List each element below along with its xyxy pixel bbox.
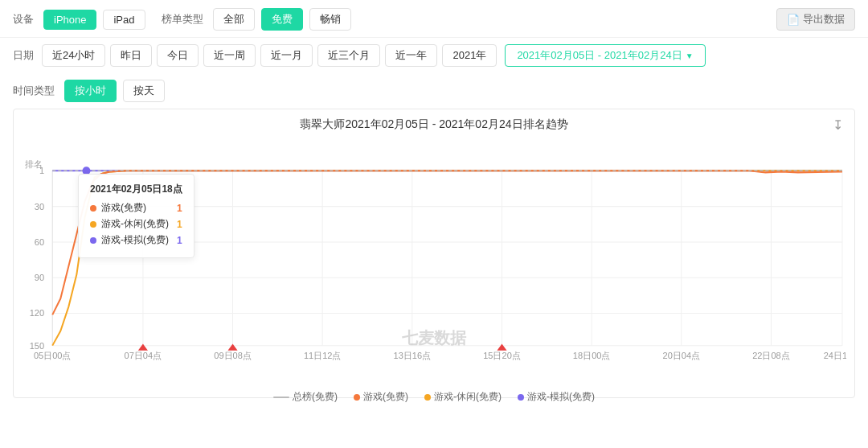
tooltip-row-0: 游戏(免费) 1 — [90, 201, 182, 215]
flag-marker-2 — [228, 344, 238, 351]
time-type-label: 时间类型 — [13, 84, 55, 98]
device-iphone-btn[interactable]: iPhone — [43, 10, 96, 30]
date-yesterday-btn[interactable]: 昨日 — [110, 44, 152, 67]
date-24h-btn[interactable]: 近24小时 — [42, 44, 105, 67]
tooltip-title: 2021年02月05日18点 — [90, 183, 182, 196]
legend-line-total — [273, 397, 289, 398]
legend-label-games: 游戏(免费) — [363, 390, 408, 404]
y-label-150: 150 — [30, 341, 44, 351]
legend-simulation: 游戏-模拟(免费) — [518, 390, 595, 404]
y-label-90: 90 — [35, 273, 44, 282]
flag-marker-3 — [497, 344, 506, 351]
y-label-120: 120 — [30, 308, 44, 318]
date-3month-btn[interactable]: 近三个月 — [317, 44, 380, 67]
tooltip-dot-0 — [90, 205, 96, 212]
date-week-btn[interactable]: 近一周 — [203, 44, 256, 67]
legend-label-total: 总榜(免费) — [293, 390, 338, 404]
legend-casual: 游戏-休闲(免费) — [424, 390, 502, 404]
y-label-1: 1 — [39, 166, 44, 175]
type-all-btn[interactable]: 全部 — [213, 8, 255, 31]
tooltip-dot-2 — [90, 237, 96, 244]
y-label-60: 60 — [35, 237, 44, 247]
x-label-3: 11日12点 — [304, 351, 342, 360]
x-label-7: 20日04点 — [663, 351, 701, 360]
legend-games: 游戏(免费) — [354, 390, 408, 404]
x-label-0: 05日00点 — [34, 351, 72, 360]
x-label-8: 22日08点 — [752, 351, 790, 360]
chart-type-label: 榜单类型 — [162, 12, 203, 27]
type-free-btn[interactable]: 免费 — [261, 8, 303, 31]
chevron-down-icon: ▼ — [686, 51, 694, 60]
tooltip-label-0: 游戏(免费) — [101, 201, 146, 215]
chart-legend: 总榜(免费) 游戏(免费) 游戏-休闲(免费) 游戏-模拟(免费) — [22, 385, 846, 404]
tooltip-val-1: 1 — [177, 219, 182, 230]
legend-dot-games — [354, 394, 360, 401]
tooltip-label-1: 游戏-休闲(免费) — [101, 217, 169, 231]
device-ipad-btn[interactable]: iPad — [103, 10, 145, 30]
x-label-1: 07日04点 — [125, 351, 162, 360]
device-label: 设备 — [13, 12, 34, 27]
tooltip-row-2: 游戏-模拟(免费) 1 — [90, 233, 182, 247]
chart-title: 翡翠大师2021年02月05日 - 2021年02月24日排名趋势 — [22, 117, 846, 132]
filter-bar: 设备 iPhone iPad 榜单类型 全部 免费 畅销 📄 导出数据 — [0, 0, 868, 38]
tooltip-val-2: 1 — [177, 235, 182, 246]
y-label-30: 30 — [35, 202, 44, 212]
tooltip-val-0: 1 — [177, 203, 182, 214]
date-range-text: 2021年02月05日 - 2021年02月24日 — [517, 48, 682, 63]
legend-total: 总榜(免费) — [273, 390, 338, 404]
date-2021-btn[interactable]: 2021年 — [442, 44, 497, 67]
time-day-btn[interactable]: 按天 — [123, 80, 165, 102]
x-label-5: 15日20点 — [483, 351, 521, 360]
tooltip-row-1: 游戏-休闲(免费) 1 — [90, 217, 182, 231]
tooltip-label-2: 游戏-模拟(免费) — [101, 233, 169, 247]
export-button[interactable]: 📄 导出数据 — [776, 8, 855, 31]
legend-dot-casual — [424, 394, 431, 401]
time-type-bar: 时间类型 按小时 按天 — [0, 73, 868, 109]
export-icon: 📄 — [787, 14, 800, 26]
date-month-btn[interactable]: 近一月 — [260, 44, 313, 67]
chart-container: 翡翠大师2021年02月05日 - 2021年02月24日排名趋势 ↧ 排名 1… — [13, 109, 855, 398]
date-bar: 日期 近24小时 昨日 今日 近一周 近一月 近三个月 近一年 2021年 20… — [0, 38, 868, 73]
tooltip-dot-1 — [90, 221, 96, 228]
legend-dot-simulation — [518, 394, 524, 401]
type-popular-btn[interactable]: 畅销 — [309, 8, 351, 31]
download-icon[interactable]: ↧ — [833, 117, 843, 133]
date-today-btn[interactable]: 今日 — [157, 44, 199, 67]
date-range-picker[interactable]: 2021年02月05日 - 2021年02月24日 ▼ — [505, 44, 705, 67]
date-year-btn[interactable]: 近一年 — [385, 44, 437, 67]
legend-label-simulation: 游戏-模拟(免费) — [527, 390, 595, 404]
x-label-6: 18日00点 — [573, 351, 611, 360]
x-label-4: 13日16点 — [394, 351, 432, 360]
date-label: 日期 — [13, 48, 34, 63]
x-label-2: 09日08点 — [214, 351, 252, 360]
flag-marker-1 — [138, 344, 148, 351]
tooltip-box: 2021年02月05日18点 游戏(免费) 1 游戏-休闲(免费) 1 游戏-模… — [78, 174, 194, 258]
time-hour-btn[interactable]: 按小时 — [64, 80, 117, 102]
x-label-9: 24日12点 — [824, 351, 846, 360]
legend-label-casual: 游戏-休闲(免费) — [434, 390, 502, 404]
